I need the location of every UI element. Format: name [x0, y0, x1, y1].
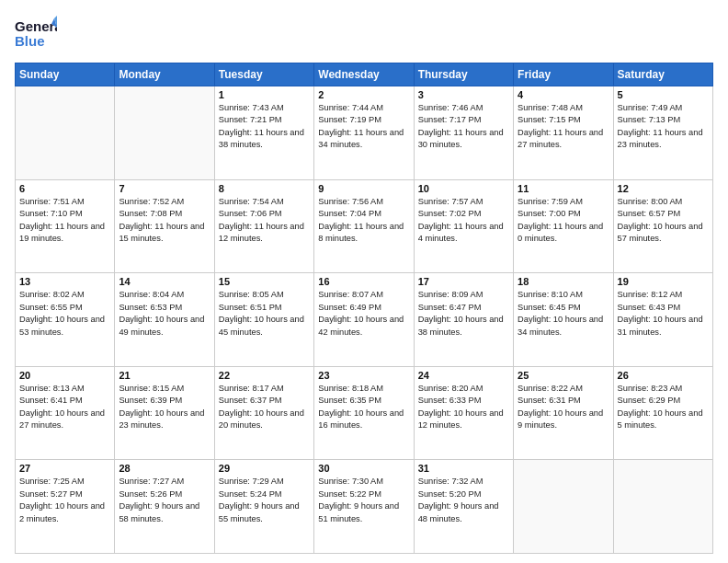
- calendar-day-cell: [115, 86, 214, 180]
- day-number: 26: [618, 370, 709, 381]
- calendar-day-cell: 21Sunrise: 8:15 AMSunset: 6:39 PMDayligh…: [115, 366, 214, 460]
- calendar-day-cell: 4Sunrise: 7:48 AMSunset: 7:15 PMDaylight…: [514, 86, 613, 180]
- day-number: 16: [318, 276, 409, 287]
- day-number: 2: [318, 89, 409, 100]
- calendar-day-cell: 30Sunrise: 7:30 AMSunset: 5:22 PMDayligh…: [314, 460, 414, 554]
- calendar-day-cell: 29Sunrise: 7:29 AMSunset: 5:24 PMDayligh…: [214, 460, 313, 554]
- calendar-day-cell: 16Sunrise: 8:07 AMSunset: 6:49 PMDayligh…: [314, 273, 414, 367]
- calendar-day-cell: 8Sunrise: 7:54 AMSunset: 7:06 PMDaylight…: [214, 179, 313, 273]
- calendar-day-cell: [514, 460, 613, 554]
- calendar-week-3: 13Sunrise: 8:02 AMSunset: 6:55 PMDayligh…: [16, 273, 713, 367]
- day-info: Sunrise: 8:05 AMSunset: 6:51 PMDaylight:…: [219, 289, 310, 339]
- day-number: 30: [318, 463, 409, 474]
- weekday-header-saturday: Saturday: [613, 63, 712, 86]
- calendar-day-cell: 6Sunrise: 7:51 AMSunset: 7:10 PMDaylight…: [16, 179, 115, 273]
- day-number: 5: [618, 89, 709, 100]
- day-info: Sunrise: 8:23 AMSunset: 6:29 PMDaylight:…: [618, 383, 709, 432]
- header: General Blue: [15, 15, 713, 53]
- day-number: 13: [19, 276, 110, 287]
- day-info: Sunrise: 8:17 AMSunset: 6:37 PMDaylight:…: [219, 383, 310, 432]
- calendar-day-cell: 22Sunrise: 8:17 AMSunset: 6:37 PMDayligh…: [214, 366, 313, 460]
- day-info: Sunrise: 8:12 AMSunset: 6:43 PMDaylight:…: [618, 289, 709, 339]
- day-number: 22: [219, 370, 310, 381]
- svg-text:General: General: [15, 18, 57, 34]
- day-info: Sunrise: 8:02 AMSunset: 6:55 PMDaylight:…: [19, 289, 110, 339]
- calendar-day-cell: [613, 460, 712, 554]
- day-number: 31: [418, 463, 509, 474]
- calendar-day-cell: 20Sunrise: 8:13 AMSunset: 6:41 PMDayligh…: [16, 366, 115, 460]
- day-number: 7: [119, 183, 210, 194]
- weekday-header-thursday: Thursday: [414, 63, 513, 86]
- day-number: 8: [219, 183, 310, 194]
- day-info: Sunrise: 7:30 AMSunset: 5:22 PMDaylight:…: [318, 476, 409, 525]
- day-info: Sunrise: 8:22 AMSunset: 6:31 PMDaylight:…: [518, 383, 609, 432]
- calendar-day-cell: 3Sunrise: 7:46 AMSunset: 7:17 PMDaylight…: [414, 86, 513, 180]
- day-number: 25: [518, 370, 609, 381]
- day-info: Sunrise: 8:07 AMSunset: 6:49 PMDaylight:…: [318, 289, 409, 339]
- day-number: 28: [119, 463, 210, 474]
- calendar-day-cell: 18Sunrise: 8:10 AMSunset: 6:45 PMDayligh…: [514, 273, 613, 367]
- day-info: Sunrise: 7:25 AMSunset: 5:27 PMDaylight:…: [19, 476, 110, 525]
- day-info: Sunrise: 7:59 AMSunset: 7:00 PMDaylight:…: [518, 196, 609, 246]
- day-info: Sunrise: 8:18 AMSunset: 6:35 PMDaylight:…: [318, 383, 409, 432]
- day-info: Sunrise: 8:13 AMSunset: 6:41 PMDaylight:…: [19, 383, 110, 432]
- weekday-header-monday: Monday: [115, 63, 214, 86]
- day-number: 21: [119, 370, 210, 381]
- day-number: 12: [618, 183, 709, 194]
- calendar-day-cell: 27Sunrise: 7:25 AMSunset: 5:27 PMDayligh…: [16, 460, 115, 554]
- day-number: 3: [418, 89, 509, 100]
- calendar-day-cell: 26Sunrise: 8:23 AMSunset: 6:29 PMDayligh…: [613, 366, 712, 460]
- calendar-week-2: 6Sunrise: 7:51 AMSunset: 7:10 PMDaylight…: [16, 179, 713, 273]
- weekday-header-friday: Friday: [514, 63, 613, 86]
- calendar-day-cell: 19Sunrise: 8:12 AMSunset: 6:43 PMDayligh…: [613, 273, 712, 367]
- day-info: Sunrise: 8:20 AMSunset: 6:33 PMDaylight:…: [418, 383, 509, 432]
- calendar-day-cell: 2Sunrise: 7:44 AMSunset: 7:19 PMDaylight…: [314, 86, 414, 180]
- day-number: 18: [518, 276, 609, 287]
- logo-svg: General Blue: [15, 15, 57, 53]
- calendar-day-cell: 7Sunrise: 7:52 AMSunset: 7:08 PMDaylight…: [115, 179, 214, 273]
- calendar-day-cell: 24Sunrise: 8:20 AMSunset: 6:33 PMDayligh…: [414, 366, 513, 460]
- day-number: 19: [618, 276, 709, 287]
- calendar-header-row: SundayMondayTuesdayWednesdayThursdayFrid…: [16, 63, 713, 86]
- calendar-day-cell: 10Sunrise: 7:57 AMSunset: 7:02 PMDayligh…: [414, 179, 513, 273]
- day-number: 29: [219, 463, 310, 474]
- day-info: Sunrise: 7:27 AMSunset: 5:26 PMDaylight:…: [119, 476, 210, 525]
- day-number: 9: [318, 183, 409, 194]
- day-info: Sunrise: 7:54 AMSunset: 7:06 PMDaylight:…: [219, 196, 310, 246]
- weekday-header-tuesday: Tuesday: [214, 63, 313, 86]
- day-info: Sunrise: 7:32 AMSunset: 5:20 PMDaylight:…: [418, 476, 509, 525]
- day-number: 4: [518, 89, 609, 100]
- day-info: Sunrise: 8:15 AMSunset: 6:39 PMDaylight:…: [119, 383, 210, 432]
- calendar-day-cell: 23Sunrise: 8:18 AMSunset: 6:35 PMDayligh…: [314, 366, 414, 460]
- day-number: 6: [19, 183, 110, 194]
- day-number: 17: [418, 276, 509, 287]
- day-info: Sunrise: 8:10 AMSunset: 6:45 PMDaylight:…: [518, 289, 609, 339]
- day-number: 10: [418, 183, 509, 194]
- day-info: Sunrise: 7:46 AMSunset: 7:17 PMDaylight:…: [418, 102, 509, 152]
- day-info: Sunrise: 7:57 AMSunset: 7:02 PMDaylight:…: [418, 196, 509, 246]
- day-number: 20: [19, 370, 110, 381]
- day-number: 14: [119, 276, 210, 287]
- day-info: Sunrise: 7:44 AMSunset: 7:19 PMDaylight:…: [318, 102, 409, 152]
- calendar-day-cell: 15Sunrise: 8:05 AMSunset: 6:51 PMDayligh…: [214, 273, 313, 367]
- day-info: Sunrise: 7:56 AMSunset: 7:04 PMDaylight:…: [318, 196, 409, 246]
- calendar-day-cell: 11Sunrise: 7:59 AMSunset: 7:00 PMDayligh…: [514, 179, 613, 273]
- logo: General Blue: [15, 15, 57, 53]
- day-info: Sunrise: 8:04 AMSunset: 6:53 PMDaylight:…: [119, 289, 210, 339]
- svg-text:Blue: Blue: [15, 33, 45, 49]
- day-number: 1: [219, 89, 310, 100]
- calendar-table: SundayMondayTuesdayWednesdayThursdayFrid…: [15, 63, 713, 554]
- calendar-day-cell: 14Sunrise: 8:04 AMSunset: 6:53 PMDayligh…: [115, 273, 214, 367]
- calendar-day-cell: 9Sunrise: 7:56 AMSunset: 7:04 PMDaylight…: [314, 179, 414, 273]
- day-number: 27: [19, 463, 110, 474]
- day-number: 24: [418, 370, 509, 381]
- weekday-header-wednesday: Wednesday: [314, 63, 414, 86]
- day-info: Sunrise: 8:09 AMSunset: 6:47 PMDaylight:…: [418, 289, 509, 339]
- calendar-day-cell: 13Sunrise: 8:02 AMSunset: 6:55 PMDayligh…: [16, 273, 115, 367]
- day-info: Sunrise: 7:29 AMSunset: 5:24 PMDaylight:…: [219, 476, 310, 525]
- calendar-day-cell: 5Sunrise: 7:49 AMSunset: 7:13 PMDaylight…: [613, 86, 712, 180]
- weekday-header-sunday: Sunday: [16, 63, 115, 86]
- day-info: Sunrise: 8:00 AMSunset: 6:57 PMDaylight:…: [618, 196, 709, 246]
- day-info: Sunrise: 7:48 AMSunset: 7:15 PMDaylight:…: [518, 102, 609, 152]
- calendar-day-cell: 12Sunrise: 8:00 AMSunset: 6:57 PMDayligh…: [613, 179, 712, 273]
